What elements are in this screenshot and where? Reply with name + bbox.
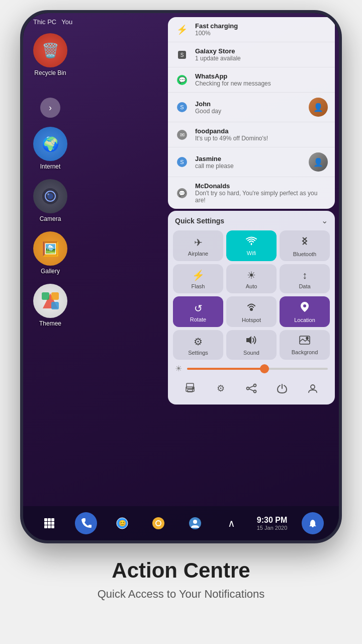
qs-tile-hotspot[interactable]: Hotspot [226,296,277,327]
notif-whatsapp-content: WhatsApp Checking for new messages [195,72,328,87]
svg-rect-42 [51,525,54,528]
svg-point-3 [47,193,49,195]
data-icon: ↕ [302,270,307,281]
qs-action-print[interactable] [181,379,199,397]
mcdonalds-icon: 💬 [175,186,189,200]
qs-actions: ⚙ [173,375,330,399]
qs-grid: ✈ Airplane [173,230,330,360]
qs-tile-bluetooth[interactable]: Bluetooth [280,230,330,261]
qs-collapse-chevron[interactable]: ⌄ [321,216,328,225]
sound-label: Sound [243,350,259,356]
jasmine-app-icon: S [175,155,189,169]
notif-john-sub: Good day [195,108,303,115]
fast-charging-icon: ⚡ [175,23,189,37]
taskbar-messages-icon[interactable]: 😊 [111,512,133,534]
notif-jasmine-title: Jasmine [195,155,303,163]
location-icon [300,301,309,315]
qs-tile-location[interactable]: Location [280,296,330,327]
themee-label: Themee [39,320,61,327]
app-gallery[interactable]: 🖼️ Gallery [33,231,67,275]
qs-tile-wifi[interactable]: Wifi [226,230,277,261]
svg-rect-5 [51,302,59,309]
notif-jasmine[interactable]: S Jasmine call me please 👤 [168,147,335,177]
qs-tile-settings[interactable]: ⚙ Settings [173,330,223,360]
qs-tile-flash[interactable]: ⚡ Flash [173,264,223,293]
flash-icon: ⚡ [192,269,205,281]
notification-panel: ⚡ Fast charging 100% S Galaxy Store [168,13,339,506]
background-label: Backgrond [292,349,318,355]
notif-foodpanda[interactable]: ✉ foodpanda It's up to 49% off Domino's! [168,122,335,147]
gallery-icon: 🖼️ [33,231,67,266]
svg-point-23 [306,337,308,339]
qs-tile-rotate[interactable]: ↺ Rotate [173,296,223,327]
phone-screen: Thic PC You 🗑️ Recycle Bin › 🌍 Internet [23,13,339,540]
brightness-track[interactable] [187,368,328,370]
qs-action-user[interactable] [304,379,322,397]
app-camera[interactable]: Camera [33,179,67,222]
app-internet[interactable]: 🌍 Internet [33,127,67,170]
taskbar-app-icon[interactable] [147,512,169,534]
taskbar-apps-icon[interactable] [38,512,60,534]
rotate-icon: ↺ [194,302,203,314]
themee-icon [33,284,67,318]
qs-tile-background[interactable]: Backgrond [280,330,330,360]
svg-rect-40 [44,525,47,528]
bottom-text-section: Action Centre Quick Access to Your Notif… [0,543,362,611]
sound-icon [246,335,257,348]
svg-point-47 [156,521,160,525]
wifi-icon [246,236,257,248]
app-themee[interactable]: Themee [33,284,67,327]
qs-tile-data[interactable]: ↕ Data [280,264,330,293]
svg-line-31 [249,386,253,388]
recycle-bin-icon: 🗑️ [33,33,67,67]
auto-label: Auto [246,283,257,289]
app-recycle-bin[interactable]: 🗑️ Recycle Bin [33,33,67,76]
svg-rect-26 [188,389,193,392]
notif-fast-charging-content: Fast charging 100% [195,22,328,37]
svg-marker-21 [246,336,251,344]
svg-rect-39 [51,522,54,525]
svg-rect-41 [48,525,51,528]
brightness-thumb[interactable] [260,364,269,373]
clock-date: 15 Jan 2020 [257,525,288,531]
page-title: Action Centre [10,558,352,583]
qs-action-power[interactable] [273,379,291,397]
notif-mcdonalds[interactable]: 💬 McDonalds Don't try so hard, You're si… [168,177,335,209]
bluetooth-label: Bluetooth [293,251,316,257]
notif-fast-charging-title: Fast charging [195,22,328,30]
hotspot-icon [246,301,256,315]
notif-mcdonalds-title: McDonalds [195,182,328,190]
svg-text:S: S [180,104,184,110]
qs-tile-auto[interactable]: ☀ Auto [226,264,277,293]
taskbar-notification-bell[interactable] [302,512,324,534]
notif-galaxy-store-sub: 1 update availale [195,55,328,62]
camera-label: Camera [40,215,61,222]
qs-action-connect[interactable] [242,379,260,397]
taskbar-up-arrow[interactable]: ∧ [220,512,242,534]
notif-jasmine-content: Jasmine call me please [195,155,303,170]
notif-john[interactable]: S John Good day 👤 [168,93,335,122]
taskbar-contacts-icon[interactable] [184,512,206,534]
internet-label: Internet [40,163,61,170]
qs-tile-airplane[interactable]: ✈ Airplane [173,230,223,261]
jasmine-avatar: 👤 [309,152,328,172]
qs-tile-sound[interactable]: Sound [226,330,277,360]
qs-action-settings[interactable]: ⚙ [212,379,230,397]
notif-fast-charging-sub: 100% [195,30,328,37]
brightness-fill [187,368,264,370]
svg-text:✉: ✉ [180,132,185,138]
notif-galaxy-store[interactable]: S Galaxy Store 1 update availale [168,42,335,67]
brightness-row: ☀ [173,360,330,375]
taskbar-phone-icon[interactable] [75,512,97,534]
notif-jasmine-sub: call me please [195,163,303,170]
svg-text:S: S [180,159,184,165]
bluetooth-icon [301,235,308,249]
arrow-button[interactable]: › [40,98,60,118]
recycle-bin-label: Recycle Bin [34,69,66,76]
notif-whatsapp[interactable]: 💬 WhatsApp Checking for new messages [168,67,335,93]
notif-fast-charging[interactable]: ⚡ Fast charging 100% [168,17,335,42]
svg-line-32 [249,389,253,391]
brightness-icon: ☀ [175,364,182,373]
qs-header: Quick Settings ⌄ [173,216,330,225]
john-app-icon: S [175,100,189,114]
